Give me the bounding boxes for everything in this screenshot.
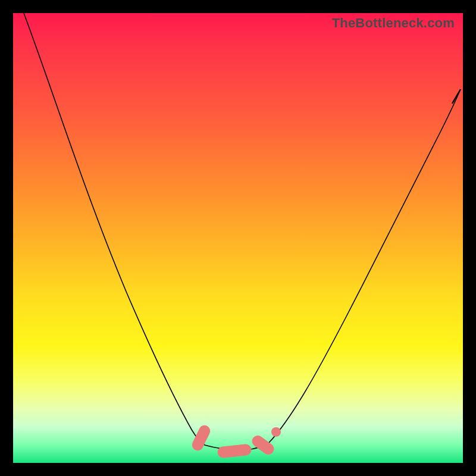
chart-frame: TheBottleneck.com [0, 0, 476, 476]
curve-right-tip [452, 89, 461, 104]
plot-area: TheBottleneck.com [13, 13, 463, 463]
marker-pill-right [250, 434, 276, 456]
svg-rect-0 [190, 424, 211, 452]
bottleneck-curve [13, 13, 463, 463]
marker-pill-left [190, 424, 211, 452]
curve-left-branch [24, 13, 205, 445]
marker-pill-middle [217, 444, 252, 458]
svg-rect-2 [250, 434, 276, 456]
svg-rect-1 [217, 444, 252, 458]
curve-right-branch [269, 89, 461, 443]
marker-dot [271, 427, 281, 437]
